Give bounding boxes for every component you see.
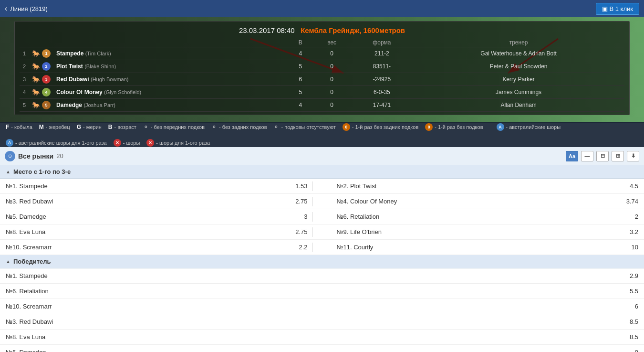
horse-name: Stampede xyxy=(56,50,83,57)
horse-weight: 0 xyxy=(313,60,351,73)
header-title: Линия (2819) xyxy=(10,5,47,12)
divider xyxy=(312,212,313,222)
bet-row[interactable]: №10. Screamarr 6 xyxy=(0,299,644,314)
bet-row[interactable]: №6. Retaliation 5.5 xyxy=(0,284,644,299)
bet-row[interactable]: №3. Red Dubawi 8.5 xyxy=(0,314,644,330)
horse-icons: 🐎 3 xyxy=(29,73,53,86)
horse-row: 4 🐎 4 Colour Of Money (Glyn Schofield) 5… xyxy=(20,86,624,99)
race-panel: 23.03.2017 08:40 Кембла Грейндж, 1600мет… xyxy=(0,17,644,122)
jockey-icon: 5 xyxy=(42,101,51,109)
horse-trainer: Peter & Paul Snowden xyxy=(413,60,624,73)
bet-name-left: №1. Stampede xyxy=(6,182,279,190)
ctrl-single-button[interactable]: — xyxy=(581,151,593,161)
jockey-name: (Joshua Parr) xyxy=(83,102,115,108)
horse-row: 1 🐎 1 Stampede (Tim Clark) 4 0 211-2 Gai… xyxy=(20,47,624,60)
bet-row[interactable]: №8. Eva Luna 8.5 xyxy=(0,330,644,345)
col-form: форма xyxy=(351,38,413,47)
divider xyxy=(312,227,313,237)
legend-aus: A - австралийские шоры xyxy=(497,123,561,131)
one-click-label: В 1 клик xyxy=(610,5,634,12)
bet-row[interactable]: №1. Stampede 1.53 №2. Plot Twist 4.5 xyxy=(0,179,644,194)
race-datetime: 23.03.2017 08:40 xyxy=(239,26,295,34)
markets-controls: Aa — ⊟ ⊞ ⬇ xyxy=(566,151,639,161)
markets-icon: ⊙ xyxy=(5,151,15,161)
betting-section[interactable]: ▲Место с 1-го по 3-е №1. Stampede 1.53 №… xyxy=(0,165,644,352)
horse-trainer: Allan Denham xyxy=(413,99,624,112)
divider xyxy=(312,197,313,206)
horse-num: 3 xyxy=(20,73,29,86)
bet-odds-single[interactable]: 8.5 xyxy=(610,318,638,325)
bet-odds-left[interactable]: 3 xyxy=(279,213,308,220)
bet-odds-left[interactable]: 1.53 xyxy=(279,182,308,190)
ctrl-download-button[interactable]: ⬇ xyxy=(627,151,639,161)
divider xyxy=(312,181,313,191)
section-header-winner[interactable]: ▲Победитель xyxy=(0,255,644,268)
horse-b: 6 xyxy=(288,73,313,86)
back-arrow-icon: ‹ xyxy=(5,4,7,13)
horse-row: 2 🐎 2 Plot Twist (Blake Shinn) 5 0 83511… xyxy=(20,60,624,73)
bet-odds-single[interactable]: 6 xyxy=(610,303,638,310)
bet-odds-right[interactable]: 3.2 xyxy=(610,228,638,235)
horse-icons: 🐎 5 xyxy=(29,99,53,112)
bet-row[interactable]: №5. Damedge 9 xyxy=(0,345,644,352)
race-title: 23.03.2017 08:40 Кембла Грейндж, 1600мет… xyxy=(20,24,624,38)
top-header: ‹ Линия (2819) ▣ В 1 клик xyxy=(0,0,644,17)
legend-shoe2: ⚬ - без задних подков xyxy=(211,123,267,131)
bet-name-left: №8. Eva Luna xyxy=(6,228,279,235)
col-b: B xyxy=(288,38,313,47)
horse-row: 3 🐎 3 Red Dubawi (Hugh Bowman) 6 0 -2492… xyxy=(20,73,624,86)
bet-row[interactable]: №8. Eva Luna 2.75 №9. Life O'brien 3.2 xyxy=(0,224,644,240)
bet-odds-left[interactable]: 2.75 xyxy=(279,198,308,205)
horse-name: Plot Twist xyxy=(56,63,83,70)
horse-trainer: Gai Waterhouse & Adrian Bott xyxy=(413,47,624,60)
bet-row[interactable]: №3. Red Dubawi 2.75 №4. Colour Of Money … xyxy=(0,194,644,209)
back-button[interactable]: ‹ Линия (2819) xyxy=(5,4,48,13)
bet-odds-left[interactable]: 2.2 xyxy=(279,244,308,251)
bet-odds-right[interactable]: 10 xyxy=(610,244,638,251)
bet-odds-left[interactable]: 2.75 xyxy=(279,228,308,235)
bet-odds-single[interactable]: 5.5 xyxy=(610,288,638,295)
horse-name: Colour Of Money xyxy=(56,89,103,96)
col-num xyxy=(20,38,29,47)
horse-row: 5 🐎 5 Damedge (Joshua Parr) 4 0 17-471 A… xyxy=(20,99,624,112)
markets-header: ⊙ Все рынки 20 Aa — ⊟ ⊞ ⬇ xyxy=(0,147,644,165)
col-icons xyxy=(29,38,53,47)
bet-row[interactable]: №10. Screamarr 2.2 №11. Courtly 10 xyxy=(0,240,644,255)
race-venue: Кембла Грейндж, 1600метров xyxy=(301,26,405,34)
jockey-name: (Tim Clark) xyxy=(85,51,111,56)
one-click-button[interactable]: ▣ В 1 клик xyxy=(596,3,640,15)
horse-name: Red Dubawi xyxy=(56,76,89,83)
bet-name-left: №10. Screamarr xyxy=(6,244,279,251)
horse-b: 5 xyxy=(288,86,313,99)
bet-odds-right[interactable]: 2 xyxy=(610,213,638,220)
horse-name-cell: Red Dubawi (Hugh Bowman) xyxy=(53,73,288,86)
horse-b: 4 xyxy=(288,99,313,112)
bet-name-single: №6. Retaliation xyxy=(6,288,610,295)
bet-odds-single[interactable]: 8.5 xyxy=(610,333,638,341)
bet-row[interactable]: №5. Damedge 3 №6. Retaliation 2 xyxy=(0,209,644,224)
legend-shoe3: ⚬ - подковы отсутствуют xyxy=(273,123,335,131)
markets-label: Все рынки xyxy=(18,152,53,160)
col-name xyxy=(53,38,288,47)
ctrl-triple-button[interactable]: ⊞ xyxy=(612,151,624,161)
jockey-icon: 4 xyxy=(42,88,51,96)
section-header-place1to3[interactable]: ▲Место с 1-го по 3-е xyxy=(0,165,644,179)
jockey-name: (Blake Shinn) xyxy=(84,64,116,69)
bet-row[interactable]: №1. Stampede 2.9 xyxy=(0,268,644,284)
ctrl-aa-button[interactable]: Aa xyxy=(566,151,578,161)
bet-odds-single[interactable]: 2.9 xyxy=(610,272,638,279)
horse-run-icon: 🐎 xyxy=(32,75,40,83)
horse-form: 6-0-35 xyxy=(351,86,413,99)
jockey-icon: 3 xyxy=(42,75,51,84)
bet-name-right: №6. Retaliation xyxy=(318,213,610,220)
bet-odds-right[interactable]: 4.5 xyxy=(610,182,638,190)
horse-name-cell: Stampede (Tim Clark) xyxy=(53,47,288,60)
ctrl-double-button[interactable]: ⊟ xyxy=(596,151,609,161)
legend-bar: F - кобыла M - жеребец G - мерин B - воз… xyxy=(0,122,644,147)
bet-name-right: №9. Life O'brien xyxy=(318,228,610,235)
bet-odds-right[interactable]: 3.74 xyxy=(610,198,638,205)
legend-shoe1: ⚬ - без передних подков xyxy=(143,123,205,131)
race-info-box: 23.03.2017 08:40 Кембла Грейндж, 1600мет… xyxy=(14,21,630,115)
horse-form: -24925 xyxy=(351,73,413,86)
bet-odds-single[interactable]: 9 xyxy=(610,349,638,352)
